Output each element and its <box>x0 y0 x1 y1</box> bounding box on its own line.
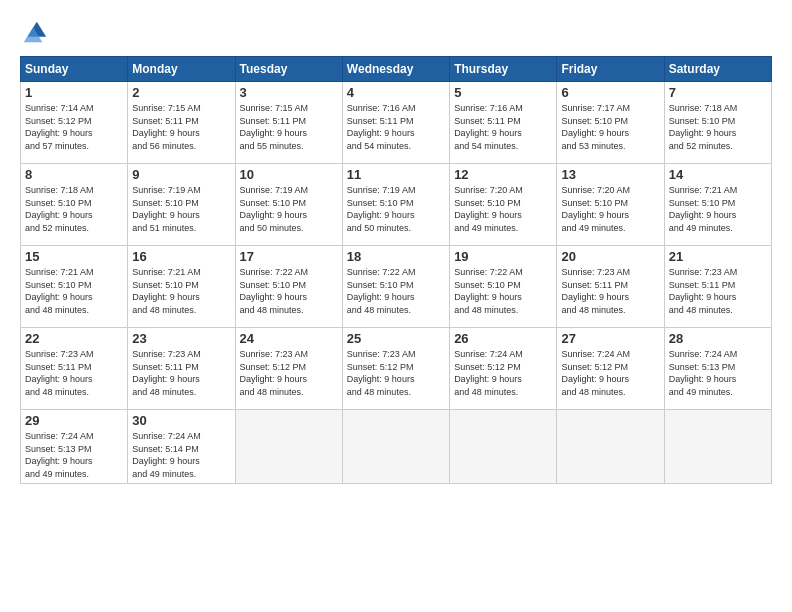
calendar-cell: 3 Sunrise: 7:15 AM Sunset: 5:11 PM Dayli… <box>235 82 342 164</box>
day-info: Sunrise: 7:15 AM Sunset: 5:11 PM Dayligh… <box>132 102 230 152</box>
day-number: 24 <box>240 331 338 346</box>
day-info: Sunrise: 7:19 AM Sunset: 5:10 PM Dayligh… <box>240 184 338 234</box>
day-info: Sunrise: 7:20 AM Sunset: 5:10 PM Dayligh… <box>561 184 659 234</box>
calendar: SundayMondayTuesdayWednesdayThursdayFrid… <box>20 56 772 484</box>
day-number: 23 <box>132 331 230 346</box>
day-info: Sunrise: 7:23 AM Sunset: 5:12 PM Dayligh… <box>240 348 338 398</box>
calendar-cell: 20 Sunrise: 7:23 AM Sunset: 5:11 PM Dayl… <box>557 246 664 328</box>
day-info: Sunrise: 7:14 AM Sunset: 5:12 PM Dayligh… <box>25 102 123 152</box>
calendar-cell: 28 Sunrise: 7:24 AM Sunset: 5:13 PM Dayl… <box>664 328 771 410</box>
day-number: 2 <box>132 85 230 100</box>
day-number: 10 <box>240 167 338 182</box>
day-number: 16 <box>132 249 230 264</box>
day-info: Sunrise: 7:19 AM Sunset: 5:10 PM Dayligh… <box>347 184 445 234</box>
day-info: Sunrise: 7:22 AM Sunset: 5:10 PM Dayligh… <box>454 266 552 316</box>
day-info: Sunrise: 7:15 AM Sunset: 5:11 PM Dayligh… <box>240 102 338 152</box>
day-number: 19 <box>454 249 552 264</box>
day-info: Sunrise: 7:21 AM Sunset: 5:10 PM Dayligh… <box>669 184 767 234</box>
day-number: 18 <box>347 249 445 264</box>
calendar-cell <box>450 410 557 484</box>
calendar-cell: 23 Sunrise: 7:23 AM Sunset: 5:11 PM Dayl… <box>128 328 235 410</box>
day-info: Sunrise: 7:23 AM Sunset: 5:12 PM Dayligh… <box>347 348 445 398</box>
day-number: 28 <box>669 331 767 346</box>
day-number: 29 <box>25 413 123 428</box>
calendar-week-row: 29 Sunrise: 7:24 AM Sunset: 5:13 PM Dayl… <box>21 410 772 484</box>
day-info: Sunrise: 7:23 AM Sunset: 5:11 PM Dayligh… <box>25 348 123 398</box>
calendar-week-row: 1 Sunrise: 7:14 AM Sunset: 5:12 PM Dayli… <box>21 82 772 164</box>
day-info: Sunrise: 7:24 AM Sunset: 5:12 PM Dayligh… <box>561 348 659 398</box>
day-number: 22 <box>25 331 123 346</box>
day-number: 11 <box>347 167 445 182</box>
day-number: 8 <box>25 167 123 182</box>
day-info: Sunrise: 7:17 AM Sunset: 5:10 PM Dayligh… <box>561 102 659 152</box>
day-info: Sunrise: 7:18 AM Sunset: 5:10 PM Dayligh… <box>669 102 767 152</box>
calendar-cell: 18 Sunrise: 7:22 AM Sunset: 5:10 PM Dayl… <box>342 246 449 328</box>
weekday-header-wednesday: Wednesday <box>342 57 449 82</box>
day-info: Sunrise: 7:23 AM Sunset: 5:11 PM Dayligh… <box>669 266 767 316</box>
day-info: Sunrise: 7:24 AM Sunset: 5:13 PM Dayligh… <box>669 348 767 398</box>
day-number: 26 <box>454 331 552 346</box>
calendar-cell: 21 Sunrise: 7:23 AM Sunset: 5:11 PM Dayl… <box>664 246 771 328</box>
calendar-cell: 4 Sunrise: 7:16 AM Sunset: 5:11 PM Dayli… <box>342 82 449 164</box>
calendar-cell: 6 Sunrise: 7:17 AM Sunset: 5:10 PM Dayli… <box>557 82 664 164</box>
calendar-cell: 8 Sunrise: 7:18 AM Sunset: 5:10 PM Dayli… <box>21 164 128 246</box>
calendar-cell: 16 Sunrise: 7:21 AM Sunset: 5:10 PM Dayl… <box>128 246 235 328</box>
day-number: 27 <box>561 331 659 346</box>
calendar-week-row: 22 Sunrise: 7:23 AM Sunset: 5:11 PM Dayl… <box>21 328 772 410</box>
weekday-header-friday: Friday <box>557 57 664 82</box>
calendar-cell <box>342 410 449 484</box>
calendar-cell: 13 Sunrise: 7:20 AM Sunset: 5:10 PM Dayl… <box>557 164 664 246</box>
calendar-cell: 5 Sunrise: 7:16 AM Sunset: 5:11 PM Dayli… <box>450 82 557 164</box>
day-number: 20 <box>561 249 659 264</box>
weekday-header-saturday: Saturday <box>664 57 771 82</box>
calendar-week-row: 8 Sunrise: 7:18 AM Sunset: 5:10 PM Dayli… <box>21 164 772 246</box>
calendar-cell: 14 Sunrise: 7:21 AM Sunset: 5:10 PM Dayl… <box>664 164 771 246</box>
day-number: 6 <box>561 85 659 100</box>
calendar-cell: 12 Sunrise: 7:20 AM Sunset: 5:10 PM Dayl… <box>450 164 557 246</box>
day-number: 5 <box>454 85 552 100</box>
day-info: Sunrise: 7:16 AM Sunset: 5:11 PM Dayligh… <box>347 102 445 152</box>
day-info: Sunrise: 7:19 AM Sunset: 5:10 PM Dayligh… <box>132 184 230 234</box>
day-number: 3 <box>240 85 338 100</box>
day-info: Sunrise: 7:20 AM Sunset: 5:10 PM Dayligh… <box>454 184 552 234</box>
day-info: Sunrise: 7:21 AM Sunset: 5:10 PM Dayligh… <box>132 266 230 316</box>
day-number: 21 <box>669 249 767 264</box>
calendar-cell: 17 Sunrise: 7:22 AM Sunset: 5:10 PM Dayl… <box>235 246 342 328</box>
day-number: 4 <box>347 85 445 100</box>
day-info: Sunrise: 7:22 AM Sunset: 5:10 PM Dayligh… <box>347 266 445 316</box>
weekday-header-thursday: Thursday <box>450 57 557 82</box>
calendar-cell: 9 Sunrise: 7:19 AM Sunset: 5:10 PM Dayli… <box>128 164 235 246</box>
day-info: Sunrise: 7:24 AM Sunset: 5:13 PM Dayligh… <box>25 430 123 480</box>
calendar-cell: 19 Sunrise: 7:22 AM Sunset: 5:10 PM Dayl… <box>450 246 557 328</box>
day-info: Sunrise: 7:24 AM Sunset: 5:12 PM Dayligh… <box>454 348 552 398</box>
calendar-cell: 27 Sunrise: 7:24 AM Sunset: 5:12 PM Dayl… <box>557 328 664 410</box>
day-number: 17 <box>240 249 338 264</box>
calendar-cell <box>235 410 342 484</box>
weekday-header-monday: Monday <box>128 57 235 82</box>
day-number: 14 <box>669 167 767 182</box>
calendar-cell: 11 Sunrise: 7:19 AM Sunset: 5:10 PM Dayl… <box>342 164 449 246</box>
calendar-header-row: SundayMondayTuesdayWednesdayThursdayFrid… <box>21 57 772 82</box>
calendar-cell <box>664 410 771 484</box>
calendar-cell: 24 Sunrise: 7:23 AM Sunset: 5:12 PM Dayl… <box>235 328 342 410</box>
calendar-cell: 10 Sunrise: 7:19 AM Sunset: 5:10 PM Dayl… <box>235 164 342 246</box>
day-number: 30 <box>132 413 230 428</box>
calendar-week-row: 15 Sunrise: 7:21 AM Sunset: 5:10 PM Dayl… <box>21 246 772 328</box>
weekday-header-tuesday: Tuesday <box>235 57 342 82</box>
day-number: 15 <box>25 249 123 264</box>
day-number: 9 <box>132 167 230 182</box>
day-info: Sunrise: 7:23 AM Sunset: 5:11 PM Dayligh… <box>132 348 230 398</box>
calendar-cell: 7 Sunrise: 7:18 AM Sunset: 5:10 PM Dayli… <box>664 82 771 164</box>
day-info: Sunrise: 7:18 AM Sunset: 5:10 PM Dayligh… <box>25 184 123 234</box>
calendar-cell: 29 Sunrise: 7:24 AM Sunset: 5:13 PM Dayl… <box>21 410 128 484</box>
calendar-cell: 22 Sunrise: 7:23 AM Sunset: 5:11 PM Dayl… <box>21 328 128 410</box>
day-number: 25 <box>347 331 445 346</box>
calendar-cell: 30 Sunrise: 7:24 AM Sunset: 5:14 PM Dayl… <box>128 410 235 484</box>
calendar-cell: 15 Sunrise: 7:21 AM Sunset: 5:10 PM Dayl… <box>21 246 128 328</box>
calendar-cell: 25 Sunrise: 7:23 AM Sunset: 5:12 PM Dayl… <box>342 328 449 410</box>
calendar-cell: 2 Sunrise: 7:15 AM Sunset: 5:11 PM Dayli… <box>128 82 235 164</box>
page-header <box>20 18 772 46</box>
day-number: 13 <box>561 167 659 182</box>
calendar-cell: 1 Sunrise: 7:14 AM Sunset: 5:12 PM Dayli… <box>21 82 128 164</box>
day-info: Sunrise: 7:16 AM Sunset: 5:11 PM Dayligh… <box>454 102 552 152</box>
